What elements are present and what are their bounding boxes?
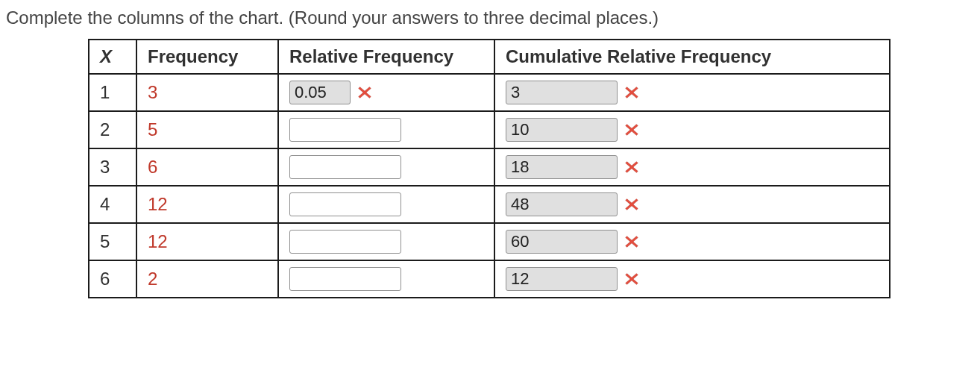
cumulative-relative-frequency-input[interactable] xyxy=(506,267,618,291)
cell-cumulative-relative-frequency xyxy=(494,260,890,298)
cell-x: 5 xyxy=(89,223,136,260)
frequency-value: 3 xyxy=(148,82,157,102)
cell-frequency: 6 xyxy=(136,148,278,186)
cell-relative-frequency xyxy=(278,260,494,298)
cell-relative-frequency xyxy=(278,74,494,111)
cell-cumulative-relative-frequency xyxy=(494,74,890,111)
cumulative-relative-frequency-input[interactable] xyxy=(506,81,618,104)
wrong-icon xyxy=(624,233,640,250)
relative-frequency-input[interactable] xyxy=(289,230,401,254)
wrong-icon xyxy=(624,84,640,101)
cell-cumulative-relative-frequency xyxy=(494,186,890,223)
cell-frequency: 5 xyxy=(136,111,278,148)
wrong-icon xyxy=(356,84,373,101)
header-relative-frequency: Relative Frequency xyxy=(278,40,494,74)
table-row: 1 3 xyxy=(89,74,890,111)
table-row: 2 5 xyxy=(89,111,890,148)
relative-frequency-input[interactable] xyxy=(289,267,401,291)
cell-relative-frequency xyxy=(278,223,494,260)
cell-frequency: 12 xyxy=(136,186,278,223)
cell-frequency: 3 xyxy=(136,74,278,111)
cumulative-relative-frequency-input[interactable] xyxy=(506,155,618,179)
cell-cumulative-relative-frequency xyxy=(494,111,890,148)
wrong-icon xyxy=(624,159,640,175)
header-frequency: Frequency xyxy=(136,40,278,74)
cumulative-relative-frequency-input[interactable] xyxy=(506,192,618,216)
cell-cumulative-relative-frequency xyxy=(494,223,890,260)
cell-relative-frequency xyxy=(278,148,494,186)
frequency-value: 12 xyxy=(148,231,168,251)
relative-frequency-input[interactable] xyxy=(289,118,401,142)
cumulative-relative-frequency-input[interactable] xyxy=(506,230,618,254)
cell-x: 1 xyxy=(89,74,136,111)
relative-frequency-input[interactable] xyxy=(289,155,401,179)
header-x: X xyxy=(89,40,136,74)
cell-cumulative-relative-frequency xyxy=(494,148,890,186)
table-row: 6 2 xyxy=(89,260,890,298)
frequency-value: 12 xyxy=(148,194,168,214)
frequency-table: X Frequency Relative Frequency Cumulativ… xyxy=(88,39,891,298)
cell-relative-frequency xyxy=(278,186,494,223)
wrong-icon xyxy=(624,271,640,287)
cumulative-relative-frequency-input[interactable] xyxy=(506,118,618,142)
cell-frequency: 12 xyxy=(136,223,278,260)
cell-x: 3 xyxy=(89,148,136,186)
frequency-value: 2 xyxy=(148,269,157,289)
frequency-value: 5 xyxy=(148,119,157,140)
table-header-row: X Frequency Relative Frequency Cumulativ… xyxy=(89,40,890,74)
cell-frequency: 2 xyxy=(136,260,278,298)
table-row: 5 12 xyxy=(89,223,890,260)
frequency-value: 6 xyxy=(148,157,157,177)
wrong-icon xyxy=(624,196,640,213)
cell-x: 6 xyxy=(89,260,136,298)
instruction-text: Complete the columns of the chart. (Roun… xyxy=(6,7,974,28)
header-cumulative-relative-frequency: Cumulative Relative Frequency xyxy=(494,40,890,74)
table-row: 3 6 xyxy=(89,148,890,186)
wrong-icon xyxy=(624,122,640,138)
table-row: 4 12 xyxy=(89,186,890,223)
cell-x: 2 xyxy=(89,111,136,148)
relative-frequency-input[interactable] xyxy=(289,81,351,104)
cell-x: 4 xyxy=(89,186,136,223)
cell-relative-frequency xyxy=(278,111,494,148)
relative-frequency-input[interactable] xyxy=(289,192,401,216)
